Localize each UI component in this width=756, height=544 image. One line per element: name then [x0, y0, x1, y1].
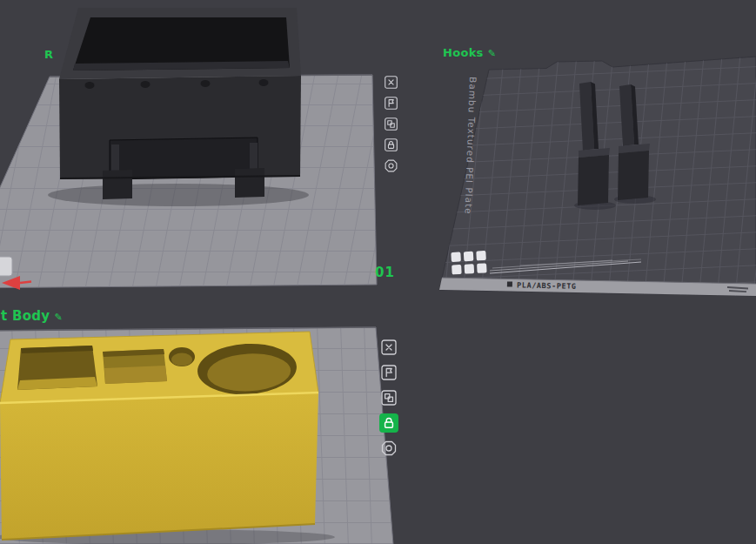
front-face: [0, 393, 318, 540]
block-front: [578, 155, 609, 205]
nav-cube-face: [0, 257, 12, 276]
slot-tab-left: [111, 144, 119, 172]
arrange-plate-icon[interactable]: [379, 388, 398, 407]
round-hole-floor: [171, 353, 192, 366]
delete-plate-icon[interactable]: [383, 74, 399, 91]
strip-material-label: PLA/ABS-PETG: [517, 281, 577, 291]
edit-plate-name-icon[interactable]: ✎: [54, 312, 63, 323]
slot-tab-right: [250, 143, 258, 171]
plate1-toolbar: [383, 74, 399, 174]
plate1-number[interactable]: 01: [375, 265, 395, 280]
orient-plate-icon[interactable]: [379, 363, 398, 382]
plate2-name-text[interactable]: Hooks: [443, 46, 484, 59]
orient-plate-icon[interactable]: [383, 95, 399, 111]
foot-left: [103, 170, 132, 199]
plate3-name-label[interactable]: t Body✎: [1, 309, 63, 324]
viewport-3d[interactable]: Bambu Textured PEI Plate PLA/ABS-PETG: [0, 0, 756, 544]
x-axis-line: [20, 282, 31, 284]
block-front: [618, 151, 649, 200]
strip-logo-square: [507, 281, 512, 286]
lock-plate-icon-active[interactable]: [379, 413, 398, 433]
lock-plate-icon[interactable]: [383, 137, 399, 153]
plate-settings-icon[interactable]: [383, 158, 399, 174]
plate-settings-icon[interactable]: [379, 439, 398, 458]
model-yellow-caddy[interactable]: [0, 332, 335, 544]
delete-plate-icon[interactable]: [379, 338, 398, 357]
plate3-toolbar: [379, 338, 398, 458]
plate1-name-text[interactable]: R: [44, 48, 53, 61]
plate3-name-text[interactable]: t Body: [1, 308, 50, 324]
tray-floor: [104, 366, 167, 384]
model-shadow: [48, 184, 309, 206]
plate1-name-label[interactable]: R: [44, 49, 53, 61]
model-dark-enclosure[interactable]: [48, 8, 309, 206]
plate2-name-label[interactable]: Hooks✎: [443, 47, 496, 59]
foot-right: [235, 168, 264, 198]
edit-plate-name-icon[interactable]: ✎: [488, 48, 497, 59]
arrange-plate-icon[interactable]: [383, 116, 399, 132]
